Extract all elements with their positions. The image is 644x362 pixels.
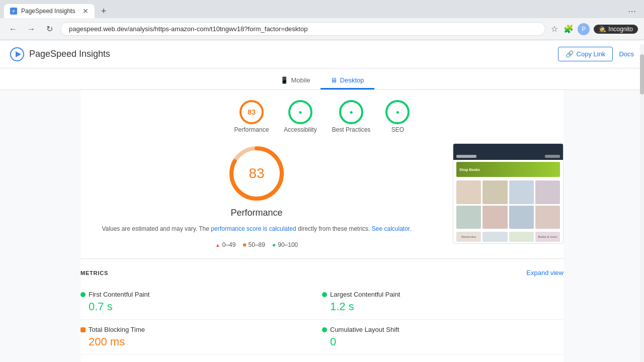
scrollbar[interactable] — [640, 44, 644, 362]
page-background: 83 Performance ● Accessibility ● Best Pr… — [0, 90, 644, 362]
page-screenshot: Shop Books — [453, 143, 564, 244]
legend-green-icon: ● — [272, 241, 276, 248]
metric-fcp-dot — [80, 292, 86, 297]
metric-fcp-label-row: First Contentful Paint — [80, 291, 322, 298]
tab-favicon: ⚡ — [10, 8, 17, 15]
performance-section: 83 Performance Values are estimated and … — [80, 133, 564, 258]
metrics-section: METRICS Expand view First Contentful Pai… — [80, 259, 564, 362]
legend-orange-icon: ■ — [243, 241, 246, 248]
performance-score-link[interactable]: performance score is calculated — [211, 225, 296, 232]
metric-cls-label: Cumulative Layout Shift — [330, 326, 399, 333]
score-legend: ▲ 0–49 ■ 50–89 ● 90–100 — [80, 241, 433, 248]
scroll-thumb[interactable] — [640, 54, 644, 95]
tab-mobile[interactable]: 📱 Mobile — [270, 72, 320, 89]
mobile-icon: 📱 — [280, 76, 288, 84]
accessibility-score-circle: ● — [288, 100, 312, 124]
app-logo-text: PageSpeed Insights — [29, 49, 110, 59]
star-icon[interactable]: ☆ — [549, 24, 559, 34]
metric-lcp-label: Largest Contentful Paint — [330, 291, 400, 298]
metric-si: Speed Index 3.2 s — [80, 355, 322, 362]
metrics-header: METRICS Expand view — [80, 269, 564, 277]
metric-lcp-value: 1.2 s — [322, 300, 564, 313]
accessibility-tab-label: Accessibility — [284, 126, 316, 133]
metric-tbt: Total Blocking Time 200 ms — [80, 320, 322, 355]
content-area: 83 Performance ● Accessibility ● Best Pr… — [80, 90, 564, 362]
tab-title: PageSpeed Insights — [21, 8, 78, 15]
incognito-icon: 🕵️ — [599, 26, 606, 33]
best-practices-tab-label: Best Practices — [332, 126, 371, 133]
see-calculator-link[interactable]: See calculator. — [372, 225, 412, 232]
new-tab-button[interactable]: + — [97, 4, 111, 18]
metric-cls-dot — [322, 327, 327, 332]
profile-icon[interactable]: P — [578, 23, 590, 35]
performance-left-panel: 83 Performance Values are estimated and … — [80, 143, 433, 248]
performance-score-circle: 83 — [239, 100, 264, 124]
expand-view-button[interactable]: Expand view — [526, 269, 564, 277]
app-logo: PageSpeed Insights — [10, 47, 110, 61]
gauge-ring: 83 — [226, 143, 287, 204]
tab-bar: ⚡ PageSpeed Insights ✕ + ⋯ — [0, 0, 644, 18]
mockup-header-bar — [453, 144, 563, 153]
copy-link-button[interactable]: 🔗 Copy Link — [558, 47, 613, 61]
address-input[interactable]: pagespeed.web.dev/analysis/https-amazon-… — [60, 22, 545, 36]
mobile-label: Mobile — [291, 76, 310, 84]
tab-close-button[interactable]: ✕ — [83, 7, 89, 15]
address-icons: ☆ 🧩 P 🕵️ Incognito — [549, 23, 638, 35]
desktop-icon: 🖥 — [331, 76, 337, 84]
legend-red-icon: ▲ — [215, 242, 220, 248]
desktop-label: Desktop — [340, 76, 364, 84]
window-controls: ⋯ — [628, 7, 636, 16]
score-tab-best-practices[interactable]: ● Best Practices — [332, 100, 371, 133]
metric-tbt-label-row: Total Blocking Time — [80, 326, 322, 333]
metric-fcp: First Contentful Paint 0.7 s — [80, 285, 322, 320]
seo-tab-label: SEO — [391, 126, 404, 133]
score-tabs-row: 83 Performance ● Accessibility ● Best Pr… — [80, 90, 564, 133]
legend-item-green: ● 90–100 — [272, 241, 298, 248]
legend-item-red: ▲ 0–49 — [215, 241, 236, 248]
metric-cls: Cumulative Layout Shift 0 — [322, 320, 564, 355]
copy-link-icon: 🔗 — [566, 50, 574, 58]
score-tab-seo[interactable]: ● SEO — [385, 100, 410, 133]
active-tab[interactable]: ⚡ PageSpeed Insights ✕ — [4, 4, 95, 18]
forward-button[interactable]: → — [24, 22, 38, 36]
score-tab-performance[interactable]: 83 Performance — [234, 100, 269, 133]
metrics-grid: First Contentful Paint 0.7 s Largest Con… — [80, 285, 564, 362]
metric-fcp-label: First Contentful Paint — [89, 291, 149, 298]
docs-link[interactable]: Docs — [619, 50, 634, 58]
performance-title: Performance — [230, 208, 282, 218]
best-practices-score-circle: ● — [339, 100, 363, 124]
tab-desktop[interactable]: 🖥 Desktop — [320, 72, 374, 89]
performance-right-panel: Shop Books — [453, 143, 564, 248]
svg-marker-1 — [16, 51, 21, 57]
metric-cls-label-row: Cumulative Layout Shift — [322, 326, 564, 333]
score-gauge-container: 83 Performance Values are estimated and … — [80, 143, 433, 233]
score-tab-accessibility[interactable]: ● Accessibility — [284, 100, 316, 133]
mode-tabs-bar: 📱 Mobile 🖥 Desktop — [0, 68, 644, 90]
metric-fcp-value: 0.7 s — [80, 300, 322, 313]
pagespeed-logo-icon — [10, 47, 24, 61]
legend-item-orange: ■ 50–89 — [243, 241, 265, 248]
refresh-button[interactable]: ↻ — [42, 22, 56, 36]
metric-tbt-value: 200 ms — [80, 335, 322, 348]
header-actions: 🔗 Copy Link Docs — [558, 47, 634, 61]
address-bar: ← → ↻ pagespeed.web.dev/analysis/https-a… — [0, 18, 644, 40]
metrics-section-title: METRICS — [80, 270, 108, 276]
extension-icon[interactable]: 🧩 — [564, 24, 574, 34]
app-header: PageSpeed Insights 🔗 Copy Link Docs — [0, 40, 644, 68]
metric-cls-value: 0 — [322, 335, 564, 348]
gauge-score-label: 83 — [249, 165, 264, 182]
incognito-badge: 🕵️ Incognito — [594, 25, 638, 34]
metric-tbt-dot — [80, 327, 86, 332]
performance-description: Values are estimated and may vary. The p… — [102, 224, 412, 233]
performance-tab-label: Performance — [234, 126, 269, 133]
metric-lcp-label-row: Largest Contentful Paint — [322, 291, 564, 298]
seo-score-circle: ● — [385, 100, 410, 124]
metric-lcp-dot — [322, 292, 327, 297]
metric-lcp: Largest Contentful Paint 1.2 s — [322, 285, 564, 320]
metric-tbt-label: Total Blocking Time — [89, 326, 145, 333]
back-button[interactable]: ← — [6, 22, 20, 36]
